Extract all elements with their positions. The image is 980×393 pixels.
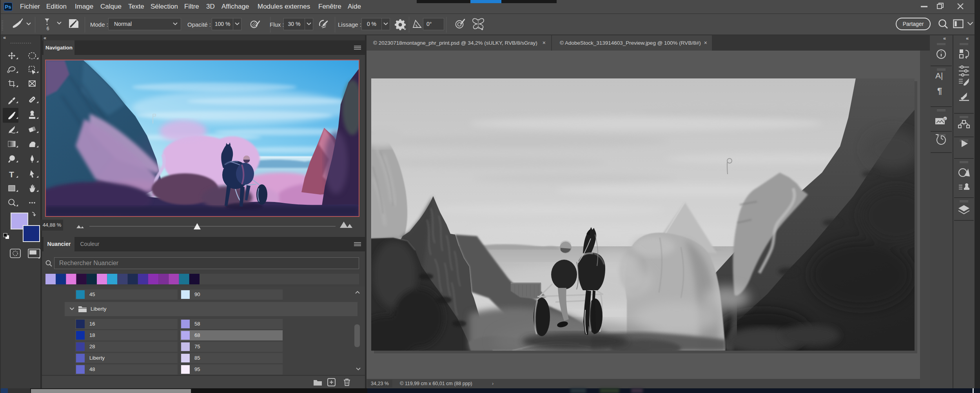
svg-text:i: i (944, 117, 945, 121)
svg-text:T: T (9, 170, 14, 179)
svg-text:A|: A| (935, 71, 943, 80)
svg-text:«: « (3, 35, 6, 40)
svg-text:«: « (943, 35, 946, 41)
svg-text:¶: ¶ (937, 86, 942, 96)
svg-text:«: « (966, 35, 969, 41)
